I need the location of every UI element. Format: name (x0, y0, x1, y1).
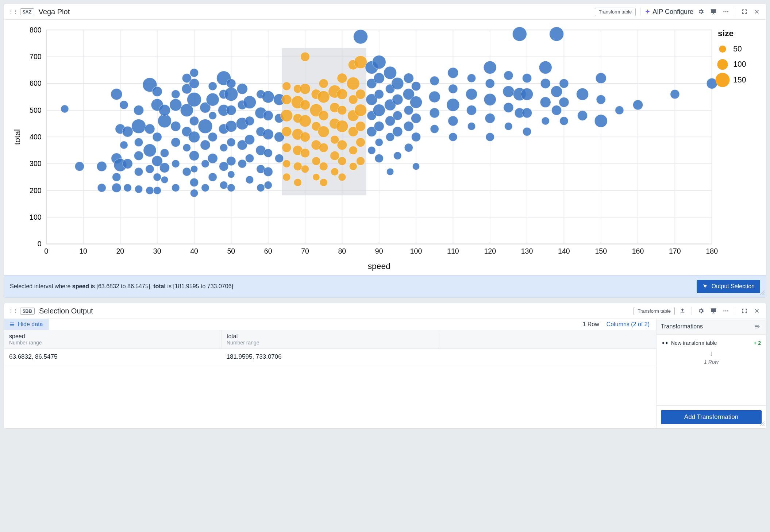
columns-link[interactable]: Columns (2 of 2) (607, 321, 650, 328)
svg-point-167 (275, 154, 283, 162)
svg-point-292 (522, 108, 532, 118)
more-icon[interactable] (721, 7, 731, 16)
svg-point-76 (134, 151, 143, 160)
svg-point-204 (319, 79, 328, 88)
panel-header: ⋮⋮ $AZ Vega Plot Transform table ✦ AIP C… (4, 4, 766, 20)
svg-point-265 (411, 81, 420, 90)
presentation-icon[interactable] (709, 7, 718, 16)
transform-item[interactable]: New transform table + 2 (662, 340, 761, 346)
svg-point-173 (282, 143, 291, 152)
gear-icon[interactable] (696, 306, 706, 316)
more-icon[interactable] (721, 306, 731, 316)
svg-point-190 (300, 84, 310, 94)
svg-point-103 (172, 184, 180, 192)
svg-point-254 (392, 94, 403, 105)
svg-point-149 (237, 84, 247, 94)
var-tag[interactable]: $BB (20, 308, 35, 315)
svg-point-302 (560, 117, 568, 125)
svg-point-277 (466, 89, 477, 100)
svg-point-323 (723, 311, 724, 312)
gear-icon[interactable] (696, 7, 706, 16)
svg-point-66 (112, 173, 121, 181)
resize-handle-icon[interactable] (760, 421, 765, 427)
svg-point-203 (317, 91, 330, 103)
svg-point-151 (245, 154, 254, 162)
svg-text:total: total (12, 129, 22, 145)
transform-table-button[interactable]: Transform table (595, 8, 636, 16)
svg-point-301 (550, 27, 564, 41)
table-row[interactable]: 63.6832, 86.5475181.9595, 733.0706 (4, 349, 656, 365)
expand-icon[interactable] (740, 7, 749, 16)
svg-text:0: 0 (44, 247, 48, 255)
svg-point-106 (183, 144, 190, 151)
collapse-sidebar-icon[interactable] (752, 322, 762, 331)
svg-point-150 (246, 176, 253, 184)
svg-point-129 (208, 82, 217, 90)
upload-icon[interactable] (678, 306, 687, 316)
svg-point-252 (393, 127, 403, 136)
svg-point-187 (300, 132, 310, 142)
svg-point-162 (263, 167, 273, 176)
svg-point-242 (374, 89, 384, 99)
svg-point-166 (262, 91, 274, 103)
add-transformation-button[interactable]: Add Transformation (661, 410, 762, 424)
svg-point-186 (300, 149, 309, 158)
svg-point-140 (227, 138, 235, 146)
output-selection-button[interactable]: Output Selection (697, 280, 760, 293)
svg-point-154 (243, 96, 256, 109)
svg-point-74 (122, 126, 133, 137)
svg-point-253 (393, 111, 402, 120)
svg-text:20: 20 (116, 247, 124, 255)
expand-icon[interactable] (740, 306, 749, 316)
svg-point-255 (392, 77, 404, 89)
svg-point-100 (172, 160, 180, 167)
svg-point-127 (209, 112, 216, 119)
svg-point-1 (725, 11, 727, 12)
svg-point-84 (146, 165, 154, 173)
svg-point-175 (281, 109, 293, 122)
svg-point-94 (160, 149, 169, 157)
svg-point-138 (228, 171, 235, 178)
resize-handle-icon[interactable] (760, 290, 765, 296)
svg-point-324 (725, 311, 727, 312)
presentation-icon[interactable] (709, 306, 718, 316)
svg-point-82 (145, 124, 155, 134)
svg-point-225 (356, 157, 365, 165)
drag-handle-icon[interactable]: ⋮⋮ (8, 9, 17, 15)
column-header[interactable]: speedNumber range (4, 330, 222, 349)
svg-text:600: 600 (30, 79, 42, 87)
close-icon[interactable] (752, 306, 762, 316)
var-tag[interactable]: $AZ (20, 8, 34, 15)
transform-table-button[interactable]: Transform table (634, 307, 675, 315)
column-header[interactable]: totalNumber range (222, 330, 439, 349)
svg-text:10: 10 (79, 247, 87, 255)
scatter-plot[interactable]: 0102030405060708090100110120130140150160… (11, 24, 759, 274)
svg-text:speed: speed (368, 261, 390, 271)
svg-point-75 (124, 184, 131, 192)
close-icon[interactable] (752, 7, 762, 16)
svg-point-297 (540, 78, 550, 88)
svg-point-279 (486, 133, 494, 141)
svg-text:400: 400 (30, 133, 42, 141)
selection-bar: Selected interval where speed is [63.683… (4, 275, 766, 297)
delta-badge: + 2 (754, 340, 761, 346)
drag-handle-icon[interactable]: ⋮⋮ (8, 308, 17, 314)
svg-point-177 (282, 82, 291, 90)
svg-point-99 (171, 138, 180, 147)
svg-point-278 (467, 74, 476, 82)
panel-body: Hide data 1 Row Columns (2 of 2) speedNu… (4, 319, 766, 428)
aip-configure-button[interactable]: ✦ AIP Configure (645, 8, 693, 16)
hide-data-button[interactable]: Hide data (4, 319, 49, 330)
svg-point-218 (349, 162, 357, 170)
svg-point-240 (374, 121, 384, 131)
panel-title: Vega Plot (39, 8, 70, 16)
svg-point-223 (347, 77, 359, 90)
svg-point-238 (375, 154, 383, 162)
svg-point-217 (337, 73, 347, 83)
svg-point-308 (596, 95, 605, 104)
divider (692, 307, 692, 315)
svg-point-98 (171, 121, 181, 131)
chart-area[interactable]: 0102030405060708090100110120130140150160… (4, 20, 766, 275)
svg-point-229 (355, 89, 365, 99)
svg-point-79 (132, 119, 146, 134)
